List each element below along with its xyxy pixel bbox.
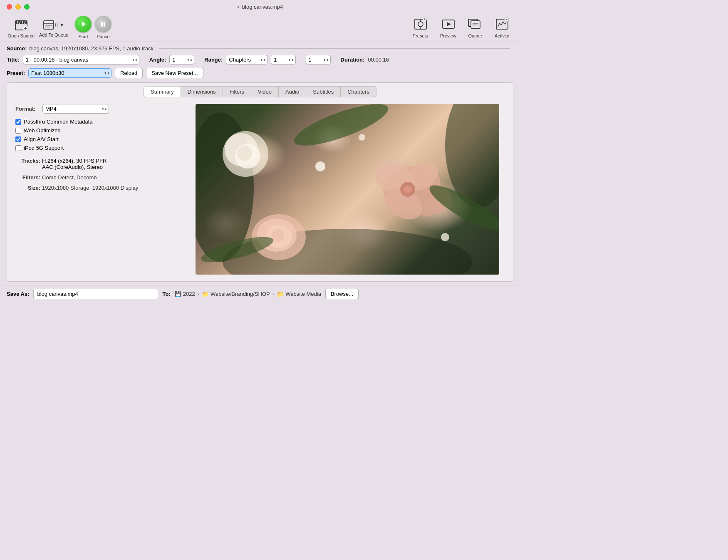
checkbox-passthru[interactable]: Passthru Common Metadata <box>15 119 182 125</box>
tab-video[interactable]: Video <box>251 86 279 97</box>
svg-rect-17 <box>101 22 103 27</box>
size-label: Size: <box>15 185 40 191</box>
svg-line-12 <box>47 21 48 23</box>
add-to-queue-button[interactable]: ▼ Add To Queue <box>39 17 68 37</box>
tracks-label: Tracks: <box>15 158 40 164</box>
maximize-button[interactable] <box>24 4 30 10</box>
preset-label: Preset: <box>7 70 25 76</box>
align-av-label: Align A/V Start <box>24 136 59 142</box>
path-drive: 2022 <box>183 291 195 297</box>
activity-icon <box>495 17 510 32</box>
checkbox-align-av[interactable]: Align A/V Start <box>15 136 182 142</box>
preview-overlay <box>196 104 499 275</box>
add-queue-dropdown-arrow[interactable]: ▼ <box>57 22 65 27</box>
format-label: Format: <box>15 106 38 112</box>
svg-line-11 <box>45 21 46 23</box>
bottom-bar: Save As: To: 💾 2022 › 📁 Website/Branding… <box>0 285 520 302</box>
title-select[interactable]: 1 - 00:00:16 - blog canvas <box>23 55 139 64</box>
tab-chapters[interactable]: Chapters <box>341 86 376 97</box>
add-to-queue-label: Add To Queue <box>39 32 68 37</box>
source-label: Source: <box>7 45 27 52</box>
size-value: 1920x1080 Storage, 1920x1080 Display <box>42 185 138 191</box>
tab-summary[interactable]: Summary <box>144 86 181 97</box>
preview-button[interactable]: Preview <box>437 17 460 38</box>
preview-icon <box>441 17 456 32</box>
reload-button[interactable]: Reload <box>115 68 143 78</box>
svg-point-63 <box>359 134 365 141</box>
passthru-label: Passthru Common Metadata <box>24 119 92 125</box>
svg-line-35 <box>501 22 503 25</box>
open-source-button[interactable]: Open Source <box>7 17 36 38</box>
toolbar-right: Presets Preview Queue <box>409 17 513 38</box>
format-select-wrapper[interactable]: MP4 <box>42 104 109 114</box>
queue-button[interactable]: Queue <box>465 17 485 38</box>
duration-value: 00:00:16 <box>368 57 389 63</box>
range-select[interactable]: Chapters <box>226 55 267 64</box>
title-select-wrapper[interactable]: 1 - 00:00:16 - blog canvas <box>23 55 139 64</box>
filters-row: Filters: Comb Detect, Decomb <box>15 174 182 181</box>
tab-dimensions[interactable]: Dimensions <box>181 86 223 97</box>
ipod-checkbox[interactable] <box>15 145 21 151</box>
browse-button[interactable]: Browse... <box>325 289 359 299</box>
title-label: Title: <box>7 57 20 63</box>
queue-label: Queue <box>468 33 482 38</box>
drive-icon: 💾 <box>175 291 181 297</box>
range-from-wrapper[interactable]: 1 <box>271 55 296 64</box>
tracks-value2: AAC (CoreAudio), Stereo <box>42 164 106 170</box>
ipod-label: iPod 5G Support <box>24 145 64 151</box>
preview-label: Preview <box>440 33 456 38</box>
pause-icon[interactable] <box>95 16 111 32</box>
info-section: Tracks: H.264 (x264), 30 FPS PFR AAC (Co… <box>15 158 182 191</box>
close-button[interactable] <box>7 4 12 10</box>
format-select[interactable]: MP4 <box>42 104 109 114</box>
title-row: Title: 1 - 00:00:16 - blog canvas Angle:… <box>7 55 513 64</box>
start-button[interactable]: Start <box>75 16 92 39</box>
add-queue-icon <box>42 17 57 32</box>
align-av-checkbox[interactable] <box>15 136 21 142</box>
svg-line-33 <box>498 23 500 27</box>
pause-button[interactable]: Pause <box>95 16 111 39</box>
svg-rect-18 <box>104 22 105 27</box>
range-from-input[interactable]: 1 <box>271 55 296 64</box>
start-icon[interactable] <box>75 16 92 32</box>
activity-button[interactable]: Activity <box>490 17 513 38</box>
size-row: Size: 1920x1080 Storage, 1920x1080 Displ… <box>15 185 182 191</box>
range-dash: – <box>299 57 302 63</box>
save-preset-button[interactable]: Save New Preset... <box>146 68 203 78</box>
window-controls[interactable] <box>7 4 30 10</box>
angle-stepper-wrapper[interactable]: 1 <box>169 55 194 64</box>
web-optimized-label: Web Optimized <box>24 127 61 134</box>
queue-icon <box>468 17 483 32</box>
path-sep1: › <box>198 291 199 297</box>
svg-point-50 <box>404 186 412 193</box>
range-select-wrapper[interactable]: Chapters <box>226 55 267 64</box>
path-folder1: Website/Branding/SHOP <box>210 291 270 297</box>
svg-line-13 <box>50 21 51 23</box>
tracks-row: Tracks: H.264 (x264), 30 FPS PFR AAC (Co… <box>15 158 182 170</box>
presets-button[interactable]: Presets <box>409 17 432 38</box>
tab-filters[interactable]: Filters <box>223 86 251 97</box>
tab-audio[interactable]: Audio <box>279 86 306 97</box>
minimize-button[interactable] <box>15 4 21 10</box>
checkbox-web-optimized[interactable]: Web Optimized <box>15 127 182 134</box>
to-label: To: <box>162 291 170 297</box>
tracks-value1: H.264 (x264), 30 FPS PFR <box>42 158 106 164</box>
svg-rect-29 <box>471 21 480 28</box>
format-row: Format: MP4 <box>15 104 182 114</box>
preset-select[interactable]: Fast 1080p30 <box>28 68 111 78</box>
tabs-bar: Summary Dimensions Filters Video Audio S… <box>7 83 513 97</box>
save-as-input[interactable] <box>33 289 158 299</box>
preset-select-wrapper[interactable]: Fast 1080p30 <box>28 68 111 78</box>
tab-content-summary: Format: MP4 Passthru Common Metadata Web… <box>7 97 513 281</box>
checkbox-ipod[interactable]: iPod 5G Support <box>15 145 182 151</box>
preset-row: Preset: Fast 1080p30 Reload Save New Pre… <box>7 68 513 78</box>
passthru-checkbox[interactable] <box>15 119 21 125</box>
svg-point-62 <box>315 161 325 171</box>
web-optimized-checkbox[interactable] <box>15 128 21 134</box>
preview-image <box>196 104 499 275</box>
source-value: blog canvas, 1920x1080, 23.976 FPS, 1 au… <box>29 45 153 52</box>
range-to-wrapper[interactable]: 1 <box>306 55 331 64</box>
angle-input[interactable]: 1 <box>169 55 194 64</box>
tab-subtitles[interactable]: Subtitles <box>306 86 341 97</box>
range-to-input[interactable]: 1 <box>306 55 331 64</box>
